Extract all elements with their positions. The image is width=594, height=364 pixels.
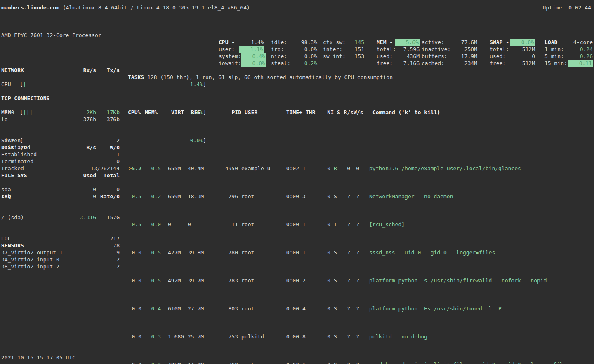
clock-timestamp: 2021-10-15 15:17:05 UTC [1, 354, 75, 361]
nice-cell: 0 [314, 221, 330, 228]
stat-label: irq: [271, 46, 284, 53]
nice-cell: 0 [314, 277, 330, 284]
user-cell: example-u [241, 165, 274, 172]
command-args: platform-python -s /usr/sbin/firewalld -… [369, 277, 547, 284]
user-cell: root [241, 277, 274, 284]
stat-label: ctx_sw: [323, 39, 346, 46]
pid-cell: 769 [211, 361, 238, 364]
write-rate-cell: 0 [350, 165, 359, 172]
tasks-summary: TASKS 128 (150 thr), 1 run, 61 slp, 66 o… [128, 74, 594, 81]
network-tx-header: Tx/s [96, 67, 120, 74]
res-cell: 25.7M [188, 333, 211, 340]
state-cell: S [334, 193, 340, 200]
network-rx-header: Rx/s [68, 67, 96, 74]
irq-name: 38_virtio2-input.2 [1, 263, 116, 270]
command-args: [rcu_sched] [369, 221, 405, 228]
col-header-command: Command ('k' to kill) [372, 109, 594, 116]
virt-cell: 427M [168, 249, 188, 256]
pid-cell: 753 [211, 333, 238, 340]
sidebar: NETWORK Rx/s Tx/s eth02Kb17Kblo376b376b … [1, 0, 120, 105]
state-cell: S [334, 361, 340, 364]
res-cell: 40.4M [188, 165, 211, 172]
irq-rate-header: Rate/s [100, 193, 120, 200]
process-row: 0.5 0.0 0 0 11 root 0:00 1 0 I ? ? [rcu_… [128, 221, 594, 228]
command-args: sssd_nss --uid 0 --gid 0 --logger=files [369, 249, 495, 256]
write-rate-cell: ? [350, 193, 359, 200]
stat-label: idle: [271, 39, 287, 46]
stat-value: 1.4% [251, 39, 264, 46]
col-header-time[interactable]: TIME+ [278, 109, 302, 116]
terminal-screen[interactable]: members.linode.com (AlmaLinux 8.4 64bit … [0, 0, 594, 364]
stat-row: inactive:250M [422, 46, 477, 53]
command-name: python3.6 [369, 165, 398, 171]
command-cell: [rcu_sched] [369, 221, 594, 228]
stat-value: 77.6M [461, 39, 477, 46]
stat-row: active:77.6M [422, 39, 477, 46]
stat-value: 7.59G [403, 46, 420, 53]
res-cell: 0 [188, 221, 211, 228]
stat-row: 1 min:0.24 [544, 46, 593, 53]
write-rate-cell: ? [350, 277, 359, 284]
stat-row: LOAD4-core [544, 39, 593, 46]
write-rate-cell: ? [350, 333, 359, 340]
col-header-mem[interactable]: MEM% [141, 109, 164, 116]
process-row: 0.0 0.5 427M 39.8M 780 root 0:00 1 0 S ?… [128, 249, 594, 256]
stat-row: idle:98.3% [271, 39, 317, 46]
state-cell: I [334, 221, 340, 228]
command-cell: NetworkManager --no-daemon [369, 193, 594, 200]
stat-label: active: [422, 39, 444, 46]
state-cell: R [334, 165, 340, 172]
stat-label: total: [490, 46, 509, 53]
nice-cell: 0 [314, 361, 330, 364]
pid-cell: 11 [211, 221, 238, 228]
process-rows: >5.2 0.5 655M 40.4M 4950 example-u 0:02 … [128, 137, 594, 364]
col-header-read: R/s [344, 109, 354, 116]
fs-title: FILE SYS [1, 172, 68, 179]
pid-cell: 780 [211, 249, 238, 256]
col-header-user[interactable]: USER [245, 109, 278, 116]
res-cell: 18.3M [188, 193, 211, 200]
thr-cell: 1 [302, 361, 314, 364]
stat-row: irq:0.0% [271, 46, 317, 53]
cpu-cell: 0.5 [128, 221, 141, 228]
cpu-cell: >5.2 [128, 165, 141, 172]
col-header-virt[interactable]: VIRT [171, 109, 191, 116]
fs-total-header: Total [96, 172, 120, 179]
cpu-cell: 0.0 [128, 305, 141, 312]
command-args: /home/example-user/.local/bin/glances [398, 165, 521, 171]
stat-value: 98.3% [301, 39, 317, 46]
mem-cell: 0.5 [141, 165, 161, 172]
process-row: >5.2 0.5 655M 40.4M 4950 example-u 0:02 … [128, 165, 594, 172]
thr-cell: 8 [302, 333, 314, 340]
col-header-res[interactable]: RES [191, 109, 214, 116]
stat-label: total: [377, 46, 396, 53]
uptime-label: Uptime: [542, 4, 565, 11]
fs-used-header: Used [68, 172, 96, 179]
stat-value: 250M [464, 46, 477, 53]
read-rate-cell: ? [340, 361, 350, 364]
virt-cell: 610M [168, 305, 188, 312]
stat-label: CPU - [219, 39, 235, 46]
command-cell: sssd_nss --uid 0 --gid 0 --logger=files [369, 249, 594, 256]
res-cell: 27.7M [188, 305, 211, 312]
time-cell: 0:00 [274, 333, 299, 340]
disk-write-header: W/s [96, 144, 120, 151]
col-header-thr: THR [306, 109, 317, 116]
user-cell: root [241, 305, 274, 312]
pid-cell: 796 [211, 193, 238, 200]
col-header-state: S [337, 109, 344, 116]
command-args: polkitd --no-debug [369, 333, 427, 340]
stat-value: 512M [522, 46, 535, 53]
state-cell: S [334, 277, 340, 284]
uptime-value: 0:02:44 [568, 4, 591, 11]
command-cell: polkitd --no-debug [369, 333, 594, 340]
thr-cell: 1 [302, 249, 314, 256]
mem-cell: 0.0 [141, 221, 161, 228]
time-cell: 0:00 [274, 193, 299, 200]
stat-value: 0.24 [580, 46, 593, 53]
virt-cell: 1.68G [168, 333, 188, 340]
process-row: 0.0 0.3 1.68G 25.7M 753 polkitd 0:00 8 0… [128, 333, 594, 340]
col-header-cpu[interactable]: CPU% [128, 109, 141, 116]
col-header-pid[interactable]: PID [214, 109, 241, 116]
cpu-cell: 0.0 [128, 333, 141, 340]
